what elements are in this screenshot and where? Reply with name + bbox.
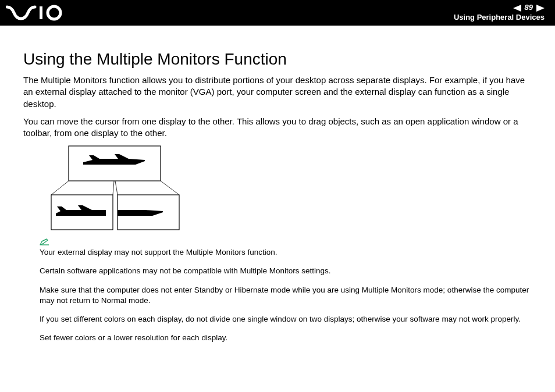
page-heading: Using the Multiple Monitors Function bbox=[23, 50, 532, 69]
intro-paragraph-1: The Multiple Monitors function allows yo… bbox=[23, 74, 532, 110]
section-title: Using Peripheral Devices bbox=[454, 13, 545, 23]
vaio-logo bbox=[6, 5, 76, 21]
svg-line-8 bbox=[161, 181, 179, 195]
intro-paragraph-2: You can move the cursor from one display… bbox=[23, 116, 532, 140]
page-navigation: 89 bbox=[454, 3, 545, 13]
svg-line-7 bbox=[115, 181, 118, 195]
note-2: Certain software applications may not be… bbox=[40, 266, 532, 276]
multiple-monitors-diagram bbox=[40, 145, 532, 234]
prev-page-arrow-icon[interactable] bbox=[513, 5, 521, 12]
note-pencil-icon bbox=[40, 238, 532, 246]
note-1: Your external display may not support th… bbox=[40, 247, 532, 258]
svg-marker-2 bbox=[513, 5, 521, 12]
note-3: Make sure that the computer does not ent… bbox=[40, 285, 532, 306]
page-number: 89 bbox=[525, 3, 533, 13]
note-5: Set fewer colors or a lower resolution f… bbox=[40, 333, 532, 343]
page-header: 89 Using Peripheral Devices bbox=[0, 0, 555, 26]
page-content: Using the Multiple Monitors Function The… bbox=[0, 26, 555, 344]
svg-marker-3 bbox=[536, 5, 545, 12]
next-page-arrow-icon[interactable] bbox=[536, 5, 545, 12]
svg-line-5 bbox=[51, 181, 69, 195]
note-4: If you set different colors on each disp… bbox=[40, 314, 532, 325]
svg-point-1 bbox=[48, 6, 61, 19]
svg-rect-0 bbox=[40, 6, 42, 19]
svg-line-6 bbox=[113, 181, 114, 195]
